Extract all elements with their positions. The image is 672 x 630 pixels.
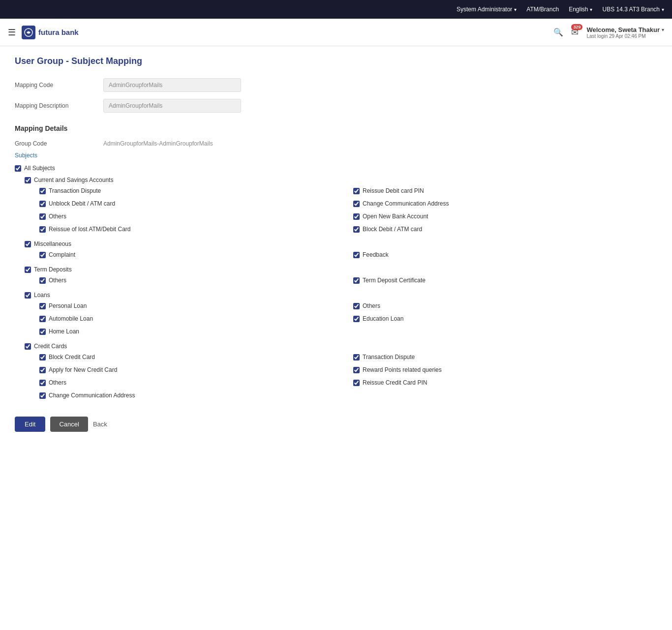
system-admin-label: System Administrator (457, 6, 512, 13)
page-title-separator: - (63, 56, 71, 66)
subject-cc-change-comm-address: Change Communication Address (39, 392, 343, 399)
all-subjects-row: All Subjects (15, 165, 657, 172)
subject-block-credit-card: Block Credit Card (39, 354, 343, 360)
category-miscellaneous-checkbox[interactable] (25, 241, 31, 247)
subject-cc-transaction-dispute: Transaction Dispute (353, 354, 657, 360)
atm-branch-menu[interactable]: ATM/Branch (526, 6, 559, 13)
user-chevron: ▾ (662, 27, 664, 32)
top-nav: System Administrator ▾ ATM/Branch Englis… (0, 0, 672, 19)
subject-change-comm-address: Change Communication Address (353, 200, 657, 207)
branch-label: UBS 14.3 AT3 Branch (602, 6, 660, 13)
subject-cc-others: Others (39, 379, 343, 386)
subjects-label: Subjects (15, 152, 657, 159)
back-button[interactable]: Back (93, 420, 107, 428)
edit-button[interactable]: Edit (15, 417, 45, 432)
category-credit-cards: Credit Cards Block Credit Card Transacti… (15, 343, 657, 402)
loans-grid: Personal Loan Others Automobile Loan Edu… (39, 302, 657, 338)
category-loans-header: Loans (25, 292, 657, 299)
subject-others-1: Others (39, 213, 343, 220)
mapping-description-value: AdminGroupforMails (103, 99, 241, 113)
subject-unblock-debit: Unblock Debit / ATM card (39, 200, 343, 207)
category-loans: Loans Personal Loan Others Automobile Lo… (15, 292, 657, 338)
all-subjects-checkbox[interactable] (15, 165, 21, 172)
branch-chevron: ▾ (662, 7, 664, 12)
atm-branch-label: ATM/Branch (526, 6, 559, 13)
subject-apply-new-credit-card: Apply for New Credit Card (39, 366, 343, 373)
language-chevron: ▾ (590, 7, 592, 12)
credit-cards-grid: Block Credit Card Transaction Dispute Ap… (39, 354, 657, 402)
header-left: ☰ futura bank (8, 26, 79, 39)
group-code-value: AdminGroupforMails-AdminGroupforMails (103, 140, 213, 147)
logo[interactable]: futura bank (22, 26, 79, 39)
mail-count-badge: 329 (571, 24, 582, 30)
subject-automobile-loan: Automobile Loan (39, 315, 343, 322)
header-right: 🔍 ✉ 329 Welcome, Sweta Thakur ▾ Last log… (553, 26, 664, 39)
miscellaneous-grid: Complaint Feedback (39, 251, 657, 261)
page-title-part1: User Group (15, 56, 63, 66)
category-term-deposits-checkbox[interactable] (25, 267, 31, 273)
mapping-code-row: Mapping Code AdminGroupforMails (15, 78, 657, 92)
group-code-row: Group Code AdminGroupforMails-AdminGroup… (15, 140, 657, 147)
subject-loans-others: Others (353, 302, 657, 309)
language-label: English (569, 6, 588, 13)
mapping-details-title: Mapping Details (15, 124, 657, 132)
system-admin-chevron: ▾ (514, 7, 517, 12)
subject-block-debit-atm: Block Debit / ATM card (353, 226, 657, 233)
mail-badge-container[interactable]: ✉ 329 (571, 27, 579, 38)
page-title: User Group - Subject Mapping (15, 56, 657, 66)
last-login: Last login 29 Apr 02:46 PM (586, 33, 645, 39)
cancel-button[interactable]: Cancel (50, 417, 88, 432)
mapping-code-label: Mapping Code (15, 82, 103, 89)
subject-reissue-lost-atm: Reissue of lost ATM/Debit Card (39, 226, 343, 233)
user-info[interactable]: Welcome, Sweta Thakur ▾ Last login 29 Ap… (586, 26, 664, 39)
header: ☰ futura bank 🔍 ✉ 329 Welcome, Sweta Tha… (0, 19, 672, 46)
subject-education-loan: Education Loan (353, 315, 657, 322)
subject-td-certificate: Term Deposit Certificate (353, 277, 657, 284)
category-miscellaneous-header: Miscellaneous (25, 240, 657, 247)
subject-reissue-debit-pin: Reissue Debit card PIN (353, 187, 657, 194)
category-credit-cards-label: Credit Cards (34, 343, 67, 350)
language-menu[interactable]: English ▾ (569, 6, 592, 13)
branch-menu[interactable]: UBS 14.3 AT3 Branch ▾ (602, 6, 664, 13)
subject-open-new-account: Open New Bank Account (353, 213, 657, 220)
mapping-code-value: AdminGroupforMails (103, 78, 241, 92)
category-miscellaneous-label: Miscellaneous (34, 240, 71, 247)
logo-icon (22, 26, 35, 39)
subject-transaction-dispute: Transaction Dispute (39, 187, 343, 194)
category-credit-cards-checkbox[interactable] (25, 343, 31, 350)
subject-home-loan: Home Loan (39, 328, 343, 335)
subject-complaint: Complaint (39, 251, 343, 258)
category-term-deposits: Term Deposits Others Term Deposit Certif… (15, 266, 657, 287)
category-term-deposits-header: Term Deposits (25, 266, 657, 273)
subject-personal-loan: Personal Loan (39, 302, 343, 309)
subject-feedback: Feedback (353, 251, 657, 258)
category-current-savings: Current and Savings Accounts Transaction… (15, 177, 657, 236)
category-current-savings-header: Current and Savings Accounts (25, 177, 657, 183)
search-icon[interactable]: 🔍 (553, 28, 563, 37)
group-code-label: Group Code (15, 140, 103, 147)
page-content: User Group - Subject Mapping Mapping Cod… (0, 46, 672, 630)
category-current-savings-label: Current and Savings Accounts (34, 177, 113, 183)
category-miscellaneous: Miscellaneous Complaint Feedback (15, 240, 657, 261)
category-loans-checkbox[interactable] (25, 292, 31, 299)
category-credit-cards-header: Credit Cards (25, 343, 657, 350)
logo-text: futura bank (38, 28, 79, 36)
all-subjects-label: All Subjects (24, 165, 55, 172)
category-current-savings-checkbox[interactable] (25, 177, 31, 183)
mapping-description-label: Mapping Description (15, 102, 103, 109)
page-title-part2: Subject Mapping (71, 56, 142, 66)
category-term-deposits-label: Term Deposits (34, 266, 72, 273)
mapping-description-row: Mapping Description AdminGroupforMails (15, 99, 657, 113)
term-deposits-grid: Others Term Deposit Certificate (39, 277, 657, 287)
hamburger-menu[interactable]: ☰ (8, 27, 16, 38)
subject-td-others: Others (39, 277, 343, 284)
system-admin-menu[interactable]: System Administrator ▾ (457, 6, 517, 13)
button-row: Edit Cancel Back (15, 417, 657, 432)
subject-reward-points: Reward Points related queries (353, 366, 657, 373)
user-name: Welcome, Sweta Thakur (586, 26, 660, 33)
category-loans-label: Loans (34, 292, 50, 299)
subject-reissue-cc-pin: Reissue Credit Card PIN (353, 379, 657, 386)
current-savings-grid: Transaction Dispute Reissue Debit card P… (39, 187, 657, 236)
